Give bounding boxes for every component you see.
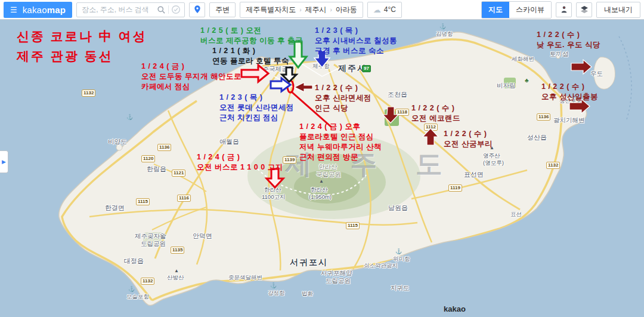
tab-skyview[interactable]: 스카이뷰 <box>509 2 551 18</box>
annotation-line: 1 / 2 5 ( 토 ) 오전 <box>200 26 303 36</box>
tab-map-view[interactable]: 지도 <box>482 2 509 18</box>
arrow-darkred-down-ecoland <box>383 107 398 123</box>
annotation-0125-departure: 1 / 2 5 ( 토 ) 오전 버스로 제주공항 이동 후 출국 <box>200 26 303 46</box>
arrow-darkred-up-sangumburi <box>423 128 438 145</box>
menu-icon[interactable]: ☰ <box>10 6 17 14</box>
annotation-line: 오전 산굼부리 <box>444 139 493 149</box>
annotation-line: 플로라호텔 인근 점심 <box>299 132 382 142</box>
breadcrumb-separator: › <box>299 7 301 13</box>
annotation-0122-ecoland: 1 / 2 2 ( 수 ) 오전 에코랜드 <box>411 103 460 124</box>
annotation-line: 오전 버스로 1 1 0 0 고지 <box>197 162 283 173</box>
layers-button[interactable] <box>576 2 592 17</box>
annotation-line: 오후 시내버스로 칠성통 <box>315 36 397 46</box>
annotation-line: 1 / 2 2 ( 수 ) <box>411 103 460 113</box>
annotation-line: 카페에서 점심 <box>141 82 242 92</box>
view-toggle: 지도 스카이뷰 <box>481 1 552 19</box>
annotation-0124-dodu: 1 / 2 4 ( 금 ) 오전 도두동 무지개 해안도로 카페에서 점심 <box>141 61 242 92</box>
logo-kakao: kakao <box>23 5 47 15</box>
annotation-line: 구경 후 버스로 숙소 <box>315 46 397 56</box>
cloud-icon: ☁ <box>373 5 381 14</box>
itinerary-title-line1: 신종 코로나 中 여성 <box>17 27 147 47</box>
annotation-line: 낮 우도. 우도 식당 <box>537 40 600 50</box>
map-pin-icon <box>193 4 202 15</box>
arrow-red-right <box>242 65 268 82</box>
annotation-0122-seongsan: 1 / 2 2 ( 수 ) 오후 성산일출봉 <box>541 82 598 102</box>
nearby-button[interactable]: 주변 <box>209 2 236 17</box>
annotation-line: 저녁 누웨마루거리 산책 <box>299 142 382 152</box>
annotation-line: 오후 신라면세점 <box>315 93 371 103</box>
breadcrumb-separator: › <box>330 7 332 13</box>
logo-text: kakaomap <box>23 5 66 15</box>
breadcrumb: 제주특별자치도 › 제주시 › 아라동 <box>240 2 363 18</box>
breadcrumb-district[interactable]: 아라동 <box>336 5 357 15</box>
breadcrumb-city[interactable]: 제주시 <box>305 5 326 15</box>
annotation-line: 오전 도두동 무지개 해안도로 <box>141 72 242 82</box>
logo-map: map <box>47 5 66 15</box>
annotation-line: 버스로 제주공항 이동 후 출국 <box>200 36 303 46</box>
annotation-line: 근처 치킨집 점심 <box>219 113 294 123</box>
chevron-right-icon: ▶ <box>2 159 6 165</box>
annotation-line: 1 / 2 3 ( 목 ) <box>315 26 397 36</box>
annotation-0122-sangumburi: 1 / 2 2 ( 수 ) 오전 산굼부리 <box>444 129 493 149</box>
annotation-0124-flora: 1 / 2 4 ( 금 ) 오후 플로라호텔 인근 점심 저녁 누웨마루거리 산… <box>299 122 382 162</box>
annotation-line: 1 / 2 3 ( 목 ) <box>219 93 294 103</box>
map-canvas[interactable]: 제 주 도 제주국제공항 제주항 제주시 김녕항 세화해변 토끼섬 우도 비자림… <box>0 20 644 317</box>
annotation-line: 1 / 2 2 ( 수 ) <box>444 129 493 139</box>
annotation-line: 오후 성산일출봉 <box>541 92 598 102</box>
weather-widget[interactable]: ☁ 4°C <box>367 2 402 18</box>
annotation-line: 인근 식당 <box>315 103 371 113</box>
itinerary-title-line2: 제주 관광 동선 <box>17 47 147 66</box>
breadcrumb-region[interactable]: 제주특별자치도 <box>246 5 296 15</box>
search-divider <box>168 5 169 14</box>
annotation-line: 근처 편의점 방문 <box>299 152 382 162</box>
annotation-0123-dutyfree-chicken: 1 / 2 3 ( 목 ) 오전 롯데 신라면세점 근처 치킨집 점심 <box>219 93 294 123</box>
annotation-line: 1 / 2 2 ( 수 ) <box>541 82 598 92</box>
search-icon[interactable] <box>157 5 166 14</box>
annotation-line: 1 / 2 1 ( 화 ) <box>212 46 289 56</box>
search-input[interactable] <box>80 5 154 14</box>
kakaomap-app: ☰ kakaomap 주변 제주특별자치도 › 제주시 <box>0 0 644 317</box>
annotation-line: 1 / 2 4 ( 금 ) <box>141 61 242 72</box>
top-toolbar: ☰ kakaomap 주변 제주특별자치도 › 제주시 <box>0 0 644 20</box>
annotation-line: 1 / 2 4 ( 금 ) 오후 <box>299 122 382 132</box>
annotation-0122-udo: 1 / 2 2 ( 수 ) 낮 우도. 우도 식당 <box>537 30 600 50</box>
arrow-darkred-right-udo <box>571 60 592 74</box>
arrow-darkred-left <box>295 82 312 92</box>
search-box[interactable] <box>76 2 185 17</box>
itinerary-title: 신종 코로나 中 여성 제주 관광 동선 <box>17 27 147 66</box>
annotation-line: 1 / 2 2 ( 수 ) <box>315 83 371 93</box>
kakaomap-logo[interactable]: ☰ kakaomap <box>4 2 72 18</box>
roadview-person-icon <box>559 5 569 14</box>
annotation-line: 오전 에코랜드 <box>411 113 460 124</box>
annotation-line: 1 / 2 2 ( 수 ) <box>537 30 600 40</box>
check-circle-icon[interactable] <box>171 5 181 14</box>
sidebar-expand-button[interactable]: ▶ <box>0 150 8 173</box>
layers-icon <box>580 5 589 14</box>
annotation-line: 1 / 2 4 ( 금 ) <box>197 152 283 162</box>
my-location-button[interactable] <box>189 2 205 17</box>
annotation-0123-chilseong: 1 / 2 3 ( 목 ) 오후 시내버스로 칠성통 구경 후 버스로 숙소 <box>315 26 397 56</box>
export-button[interactable]: 내보내기 <box>596 2 640 18</box>
annotation-0122-shilla: 1 / 2 2 ( 수 ) 오후 신라면세점 인근 식당 <box>315 83 371 113</box>
temperature: 4°C <box>384 5 396 14</box>
annotation-0124-1100: 1 / 2 4 ( 금 ) 오전 버스로 1 1 0 0 고지 <box>197 152 283 173</box>
annotation-line: 오전 롯데 신라면세점 <box>219 103 294 113</box>
roadview-button[interactable] <box>556 2 572 17</box>
